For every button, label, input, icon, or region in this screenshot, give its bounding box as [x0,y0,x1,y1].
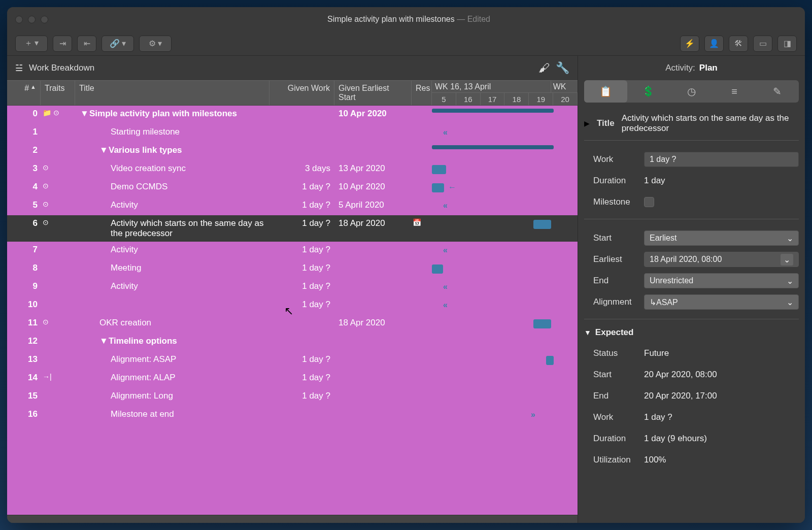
zoom-window-button[interactable] [41,16,48,23]
gantt-cell[interactable] [432,215,578,234]
row-given-work[interactable]: 1 day ? [269,388,334,404]
row-given-start[interactable]: 18 Apr 2020 [334,215,412,231]
outdent-button[interactable]: ⇤ [77,36,96,52]
tab-progress[interactable]: ◷ [670,80,713,103]
wrench-icon[interactable]: 🔧 [556,61,569,75]
row-given-start[interactable]: 10 Apr 2020 [334,179,412,195]
gantt-cell[interactable] [432,370,578,388]
row-title[interactable]: Activity which starts on the same day as… [75,215,269,242]
table-row[interactable]: 16Milestone at end» [7,406,578,424]
table-row[interactable]: 1Starting milestone« [7,124,578,142]
gantt-bar[interactable] [546,356,554,365]
horizontal-scrollbar[interactable] [7,515,578,523]
timeline-header[interactable]: WK 16, 13 April WK 51617181920 [432,81,578,105]
row-title[interactable]: Meeting [75,260,269,276]
row-given-start[interactable]: 18 Apr 2020 [334,315,412,331]
table-row[interactable]: 13Alignment: ASAP1 day ? [7,351,578,370]
row-given-start[interactable] [334,388,412,394]
row-given-work[interactable]: 1 day ? [269,370,334,386]
row-given-start[interactable] [334,406,412,412]
table-row[interactable]: 4⊙Demo CCMDS1 day ?10 Apr 2020← [7,179,578,197]
gantt-cell[interactable] [432,142,578,160]
table-row[interactable]: 5⊙Activity1 day ?5 April 2020« [7,197,578,215]
gantt-cell[interactable] [432,351,578,370]
gantt-cell[interactable] [432,388,578,406]
row-title[interactable]: Alignment: ASAP [75,351,269,368]
row-title[interactable]: Activity [75,242,269,258]
gantt-cell[interactable]: ← [432,179,578,197]
gantt-cell[interactable] [432,260,578,278]
row-given-work[interactable]: 1 day ? [269,296,334,313]
row-given-work[interactable]: 1 day ? [269,179,334,195]
table-row[interactable]: 101 day ?« [7,296,578,315]
row-given-work[interactable] [269,406,334,412]
add-button[interactable]: ＋ ▾ [15,36,48,52]
table-row[interactable]: 8Meeting1 day ? [7,260,578,278]
col-res[interactable]: Res [412,81,432,105]
table-row[interactable]: 3⊙Video creation sync3 days13 Apr 2020 [7,160,578,179]
tab-list[interactable]: ≡ [713,80,756,103]
table-row[interactable]: 9Activity1 day ?« [7,278,578,296]
row-title[interactable]: Starting milestone [75,124,269,140]
tab-cost[interactable]: 💲 [627,80,670,103]
gantt-bar[interactable] [432,165,446,174]
bolt-button[interactable]: ⚡ [680,36,699,52]
row-title[interactable]: OKR creation [75,315,269,331]
earliest-input[interactable]: 18 April 2020, 08:00⌄ [644,252,799,267]
indent-button[interactable]: ⇥ [53,36,72,52]
gantt-bar[interactable] [533,220,551,229]
row-given-work[interactable] [269,142,334,148]
gantt-cell[interactable]: « [432,296,578,315]
gantt-cell[interactable]: « [432,197,578,215]
row-title[interactable]: Demo CCMDS [75,179,269,195]
table-row[interactable]: 12▼Timeline options [7,333,578,351]
row-given-start[interactable] [334,124,412,130]
row-given-start[interactable]: 5 April 2020 [334,197,412,213]
col-title[interactable]: Title [75,81,269,105]
gear-button[interactable]: ⚙ ▾ [139,36,172,52]
tab-checklist[interactable]: 📋 [584,80,627,103]
row-given-start[interactable] [334,370,412,376]
tools-button[interactable]: 🛠 [729,36,748,52]
row-title[interactable]: ▼Timeline options [75,333,269,349]
row-given-start[interactable] [334,142,412,148]
tab-notes[interactable]: ✎ [756,80,799,103]
start-select[interactable]: Earliest⌄ [644,230,799,246]
gantt-cell[interactable] [432,160,578,179]
row-title[interactable]: ▼Simple activity plan with milestones [75,106,269,122]
row-title[interactable]: Activity [75,278,269,294]
table-row[interactable]: 7Activity1 day ?« [7,242,578,260]
close-window-button[interactable] [15,16,23,23]
gantt-cell[interactable] [432,315,578,333]
table-row[interactable]: 2▼Various link types [7,142,578,160]
minimize-window-button[interactable] [28,16,36,23]
table-row[interactable]: 6⊙Activity which starts on the same day … [7,215,578,242]
row-given-start[interactable]: 13 Apr 2020 [334,160,412,177]
gantt-bar[interactable] [432,109,554,113]
gantt-bar[interactable] [432,145,554,149]
row-given-work[interactable] [269,333,334,339]
view-toggle-1[interactable]: ▭ [753,36,772,52]
row-title[interactable]: Alignment: Long [75,388,269,404]
view-toggle-2[interactable]: ◨ [777,36,797,52]
row-given-work[interactable]: 1 day ? [269,351,334,368]
alignment-select[interactable]: ↳ASAP⌄ [644,294,799,310]
row-given-start[interactable] [334,242,412,248]
gantt-cell[interactable]: « [432,278,578,296]
row-given-work[interactable]: 1 day ? [269,197,334,213]
row-given-work[interactable] [269,315,334,321]
gantt-cell[interactable]: « [432,124,578,142]
row-given-start[interactable] [334,278,412,284]
work-input[interactable]: 1 day ? [644,152,799,167]
title-value[interactable]: Activity which starts on the same day as… [622,113,799,134]
row-given-work[interactable]: 3 days [269,160,334,177]
row-given-start[interactable] [334,260,412,266]
disclosure-triangle-icon[interactable]: ▼ [99,145,109,155]
gantt-bar[interactable] [432,264,443,274]
table-row[interactable]: 15Alignment: Long1 day ? [7,388,578,406]
row-title[interactable]: Alignment: ALAP [75,370,269,386]
milestone-checkbox[interactable] [644,197,654,207]
gantt-cell[interactable]: » [432,406,578,424]
row-given-start[interactable]: 10 Apr 2020 [334,106,412,122]
col-traits[interactable]: Traits [41,81,75,105]
